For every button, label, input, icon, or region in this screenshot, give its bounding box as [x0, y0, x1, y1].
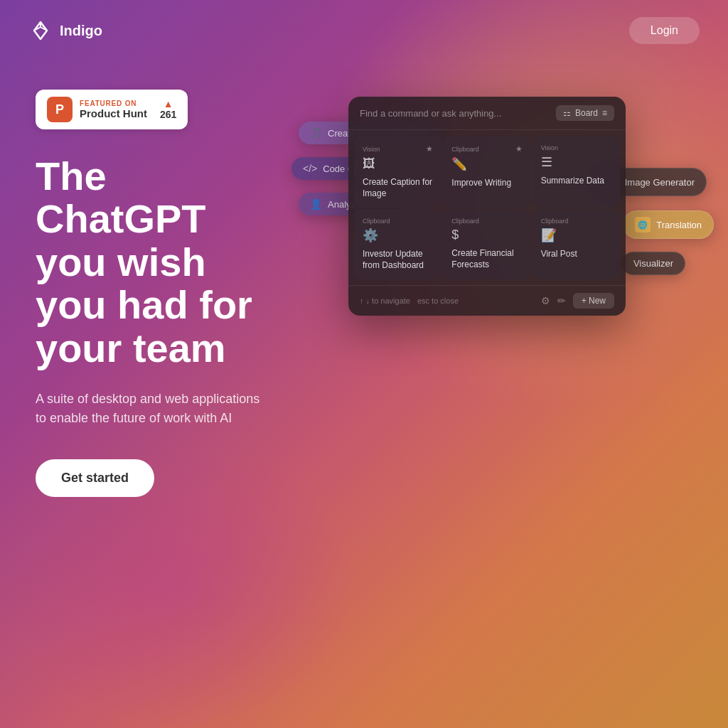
investor-icon: ⚙️ — [363, 228, 433, 243]
summarize-icon: ☰ — [541, 154, 611, 170]
cmd-board-tag: ⚏ Board ≡ — [556, 105, 614, 121]
chip-translation: 🌐 Translation — [623, 210, 714, 239]
ph-vote-count: 261 — [160, 109, 176, 120]
new-button[interactable]: + New — [573, 293, 614, 309]
viral-icon: 📝 — [541, 228, 611, 243]
ph-featured-label: FEATURED ON — [80, 100, 147, 107]
logo-text: Indigo — [60, 23, 102, 39]
tile-create-caption[interactable]: Vision ★ 🖼 Create Caption for Image — [354, 136, 441, 208]
ph-arrow-icon: ▲ — [164, 99, 173, 109]
cmd-search-placeholder[interactable]: Find a command or ask anything... — [360, 108, 556, 119]
finance-icon: $ — [451, 228, 522, 242]
code-icon: </> — [303, 163, 317, 174]
command-palette-card: Find a command or ask anything... ⚏ Boar… — [348, 97, 626, 316]
hero-title: The ChatGPT you wish you had for your te… — [36, 155, 306, 370]
settings-icon[interactable]: ⚙ — [541, 295, 550, 306]
left-column: P FEATURED ON Product Hunt ▲ 261 The Cha… — [36, 75, 306, 497]
brand-icon: 🎵 — [310, 127, 322, 139]
header: Indigo Login — [0, 0, 728, 61]
tile-top: Vision — [541, 144, 611, 151]
logo: Indigo — [28, 18, 102, 43]
chip-visualizer: Visualizer — [621, 252, 685, 275]
caption-icon: 🖼 — [363, 156, 433, 171]
tile-investor-update[interactable]: Clipboard ⚙️ Investor Update from Dashbo… — [354, 209, 441, 279]
tile-top: Clipboard — [451, 218, 522, 225]
cmd-footer-actions: ⚙ ✏ + New — [541, 293, 614, 309]
ph-votes: ▲ 261 — [160, 99, 176, 120]
cmd-grid: Vision ★ 🖼 Create Caption for Image Clip… — [348, 130, 626, 285]
tile-top: Vision ★ — [363, 144, 433, 154]
tile-top: Clipboard — [541, 218, 611, 225]
hero-subtitle: A suite of desktop and web applications … — [36, 390, 263, 428]
tile-financial-forecasts[interactable]: Clipboard $ Create Financial Forecasts — [443, 209, 530, 279]
right-column: 🎵 Create Brand Guidelines </> Code Clari… — [306, 75, 700, 473]
ph-text: FEATURED ON Product Hunt — [80, 100, 147, 119]
edit-icon[interactable]: ✏ — [557, 295, 566, 306]
tile-top: Clipboard — [363, 218, 433, 225]
login-button[interactable]: Login — [629, 17, 700, 44]
product-hunt-badge[interactable]: P FEATURED ON Product Hunt ▲ 261 — [36, 90, 188, 129]
board-menu-icon: ≡ — [602, 108, 607, 118]
translation-icon: 🌐 — [635, 217, 651, 232]
tile-summarize-data[interactable]: Vision ☰ Summarize Data — [532, 136, 620, 208]
cmd-footer: ↑ ↓ to navigate esc to close ⚙ ✏ + New — [348, 285, 626, 316]
ph-logo: P — [47, 97, 73, 122]
tile-improve-writing[interactable]: Clipboard ★ ✏️ Improve Writing — [443, 136, 530, 208]
logo-icon — [28, 18, 53, 43]
analyze-icon: 👤 — [310, 198, 322, 210]
tile-top: Clipboard ★ — [451, 144, 522, 154]
cmd-nav-hint: ↑ ↓ to navigate esc to close — [360, 296, 459, 305]
cmd-header: Find a command or ask anything... ⚏ Boar… — [348, 97, 626, 130]
board-icon: ⚏ — [563, 108, 571, 118]
ph-name: Product Hunt — [80, 107, 147, 119]
tile-viral-post[interactable]: Clipboard 📝 Viral Post — [532, 209, 620, 279]
get-started-button[interactable]: Get started — [36, 459, 154, 497]
main-content: P FEATURED ON Product Hunt ▲ 261 The Cha… — [0, 61, 728, 497]
writing-icon: ✏️ — [451, 156, 522, 172]
